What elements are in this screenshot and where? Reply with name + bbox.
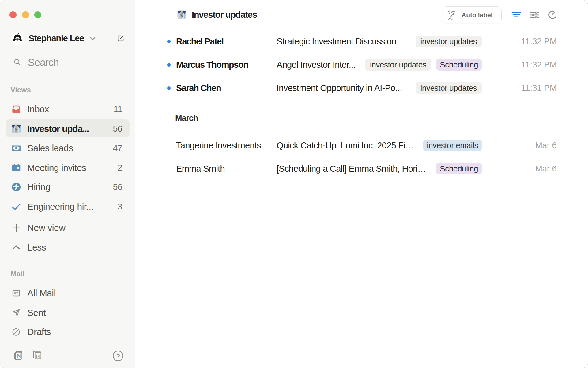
svg-text:14: 14 xyxy=(36,354,40,359)
svg-text:N: N xyxy=(17,353,21,359)
svg-text:?: ? xyxy=(116,352,120,360)
